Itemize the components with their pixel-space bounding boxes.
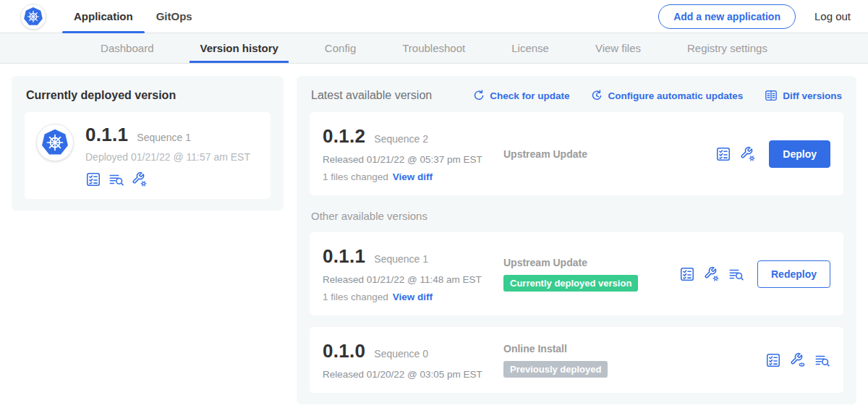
subnav-tab-label: Version history: [200, 42, 278, 54]
configure-automatic-updates-label: Configure automatic updates: [608, 90, 743, 101]
edit-config-icon[interactable]: [132, 171, 148, 187]
deployed-timestamp: Deployed 01/21/22 @ 11:57 am EST: [85, 151, 250, 163]
version-card-0-1-2: 0.1.2 Sequence 2 Released 01/21/22 @ 05:…: [310, 112, 843, 195]
subnav-tab-label: Config: [325, 42, 356, 54]
logout-button[interactable]: Log out: [814, 10, 851, 22]
diff-versions-label: Diff versions: [783, 90, 842, 101]
preflight-checks-icon[interactable]: [85, 171, 101, 187]
refresh-icon: [473, 90, 485, 101]
version-actions: Check for update Configure automatic upd…: [473, 89, 842, 102]
version-card-0-1-0: 0.1.0 Sequence 0 Released 01/20/22 @ 03:…: [310, 327, 843, 393]
deploy-logs-icon[interactable]: [728, 266, 744, 282]
previously-deployed-badge: Previously deployed: [503, 361, 608, 378]
sequence-label: Sequence 1: [374, 253, 428, 265]
currently-deployed-panel: Currently deployed version 0.1: [12, 76, 284, 211]
subnav-tab-label: Troubleshoot: [402, 42, 465, 54]
version-source: Upstream Update: [503, 148, 715, 160]
source-label: Upstream Update: [503, 257, 679, 268]
subnav-tab-license[interactable]: License: [507, 33, 553, 63]
deployed-version-info: 0.1.1 Sequence 1 Deployed 01/21/22 @ 11:…: [85, 124, 250, 187]
edit-config-icon[interactable]: [740, 146, 756, 162]
diff-icon: [765, 89, 778, 102]
subnav-tab-view-files[interactable]: View files: [591, 33, 645, 63]
version-number: 0.1.0: [323, 340, 365, 362]
other-available-title: Other available versions: [311, 210, 842, 222]
version-source: Upstream Update Currently deployed versi…: [503, 257, 679, 292]
preflight-checks-icon[interactable]: [765, 352, 781, 368]
version-number: 0.1.1: [323, 245, 365, 268]
subnav-tab-label: View files: [595, 42, 641, 54]
app-subnav: Dashboard Version history Config Trouble…: [0, 33, 868, 64]
redeploy-button[interactable]: Redeploy: [757, 260, 830, 288]
version-card-actions: Deploy: [715, 140, 830, 168]
latest-available-title: Latest available version: [311, 89, 432, 102]
version-card-0-1-1: 0.1.1 Sequence 1 Released 01/21/22 @ 11:…: [310, 232, 843, 315]
view-config-icon[interactable]: [790, 352, 806, 368]
view-diff-link[interactable]: View diff: [393, 292, 433, 302]
main-content: Currently deployed version 0.1: [0, 64, 868, 408]
subnav-tab-troubleshoot[interactable]: Troubleshoot: [398, 33, 469, 63]
released-timestamp: Released 01/21/22 @ 05:37 pm EST: [323, 154, 503, 165]
version-info: 0.1.1 Sequence 1 Released 01/21/22 @ 11:…: [323, 245, 503, 302]
version-source: Online Install Previously deployed: [503, 343, 765, 378]
version-card-actions: [765, 352, 830, 368]
version-history-panel: Latest available version Check for updat…: [297, 76, 856, 404]
subnav-tab-label: Registry settings: [687, 42, 767, 54]
files-changed-label: 1 files changed: [323, 292, 388, 302]
deploy-logs-icon[interactable]: [109, 171, 124, 187]
subnav-tab-registry-settings[interactable]: Registry settings: [683, 33, 772, 63]
subnav-tab-version-history[interactable]: Version history: [195, 33, 282, 63]
add-application-button[interactable]: Add a new application: [658, 4, 796, 29]
header-right: Add a new application Log out: [658, 4, 851, 29]
subnav-tab-label: License: [511, 42, 549, 54]
released-timestamp: Released 01/20/22 @ 03:05 pm EST: [323, 369, 503, 380]
preflight-checks-icon[interactable]: [715, 146, 731, 162]
kubernetes-logo-icon: [22, 6, 44, 27]
version-info: 0.1.2 Sequence 2 Released 01/21/22 @ 05:…: [323, 125, 503, 182]
deployed-version-number: 0.1.1: [85, 124, 128, 146]
configure-automatic-updates-link[interactable]: Configure automatic updates: [591, 90, 743, 101]
tab-gitops-label: GitOps: [156, 10, 192, 22]
source-label: Online Install: [503, 343, 765, 354]
currently-deployed-badge: Currently deployed version: [503, 275, 638, 292]
deployed-sequence: Sequence 1: [137, 132, 191, 143]
subnav-tab-config[interactable]: Config: [320, 33, 360, 63]
version-number: 0.1.2: [323, 125, 365, 148]
tab-gitops[interactable]: GitOps: [145, 0, 204, 33]
tab-application[interactable]: Application: [62, 0, 145, 33]
view-diff-link[interactable]: View diff: [393, 171, 433, 182]
edit-config-icon[interactable]: [704, 266, 720, 282]
released-timestamp: Released 01/21/22 @ 11:48 am EST: [323, 274, 503, 285]
check-for-update-label: Check for update: [490, 90, 569, 101]
auto-update-icon: [591, 90, 603, 101]
top-header: Application GitOps Add a new application…: [0, 0, 868, 33]
kubernetes-logo: [20, 4, 46, 30]
kubernetes-app-icon: [40, 127, 70, 158]
version-info: 0.1.0 Sequence 0 Released 01/20/22 @ 03:…: [323, 340, 503, 380]
subnav-tab-label: Dashboard: [101, 42, 153, 54]
files-changed-label: 1 files changed: [323, 171, 388, 182]
version-card-actions: Redeploy: [679, 260, 830, 288]
preflight-checks-icon[interactable]: [679, 266, 695, 282]
subnav-tab-dashboard[interactable]: Dashboard: [96, 33, 158, 63]
sequence-label: Sequence 2: [374, 133, 428, 145]
deploy-button[interactable]: Deploy: [769, 140, 830, 168]
diff-versions-link[interactable]: Diff versions: [765, 89, 842, 102]
source-label: Upstream Update: [503, 148, 715, 160]
sequence-label: Sequence 0: [374, 348, 428, 360]
check-for-update-link[interactable]: Check for update: [473, 90, 569, 101]
app-logo: [36, 124, 74, 161]
deploy-logs-icon[interactable]: [814, 352, 830, 368]
currently-deployed-title: Currently deployed version: [26, 89, 271, 102]
tab-application-label: Application: [74, 10, 133, 22]
deployed-version-card: 0.1.1 Sequence 1 Deployed 01/21/22 @ 11:…: [25, 112, 271, 199]
header-tabs: Application GitOps: [62, 0, 204, 33]
